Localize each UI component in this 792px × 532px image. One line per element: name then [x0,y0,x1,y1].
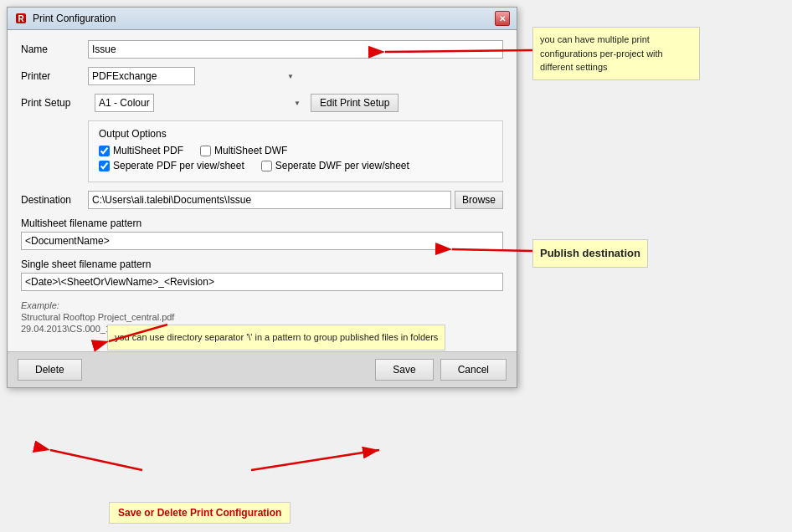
printer-select-wrapper: PDFExchange Microsoft Print to PDF [88,67,297,85]
example-line1: Structural Rooftop Project_central.pdf [21,312,174,322]
print-setup-row: Print Setup A1 - Colour A3 - Mono Edit P… [21,94,503,112]
destination-input[interactable] [88,191,451,209]
printer-row: Printer PDFExchange Microsoft Print to P… [21,67,503,85]
multisheet-pattern-label: Multisheet filename pattern [21,217,503,229]
title-bar-left: R Print Configuration [14,12,116,25]
output-options-box: Output Options MultiSheet PDF MultiSheet… [88,120,503,182]
svg-text:R: R [18,14,24,23]
cancel-button[interactable]: Cancel [440,359,507,381]
name-input[interactable] [88,40,503,59]
multisheet-dwf-checkbox-item: MultiSheet DWF [200,145,287,156]
callout-publish-destination: Publish destination [532,239,648,268]
destination-label: Destination [21,194,88,206]
callout-multiple-configs: you can have multiple print configuratio… [532,27,700,80]
print-setup-select-wrapper: A1 - Colour A3 - Mono [95,94,304,112]
close-button[interactable]: ✕ [495,11,510,26]
single-sheet-pattern-section: Single sheet filename pattern [21,258,503,291]
print-setup-label: Print Setup [21,97,88,109]
svg-line-8 [251,450,379,470]
multisheet-pdf-checkbox-item: MultiSheet PDF [99,145,183,156]
title-bar: R Print Configuration ✕ [8,8,517,30]
print-setup-select[interactable]: A1 - Colour A3 - Mono [95,94,154,112]
destination-row: Destination Browse [21,191,503,209]
multisheet-pattern-input[interactable] [21,232,503,250]
multisheet-pattern-section: Multisheet filename pattern [21,217,503,250]
multisheet-pdf-label: MultiSheet PDF [113,145,183,156]
dialog-body: Name Printer PDFExchange Microsoft Print… [8,30,517,351]
svg-line-7 [50,450,142,470]
separate-dwf-checkbox[interactable] [261,161,272,171]
single-sheet-pattern-input[interactable] [21,273,503,291]
separate-dwf-checkbox-item: Seperate DWF per view/sheet [261,160,409,171]
dialog-title: Print Configuration [33,13,116,24]
multisheet-dwf-label: MultiSheet DWF [214,145,287,156]
separate-pdf-checkbox-item: Seperate PDF per view/sheet [99,160,244,171]
separate-pdf-checkbox[interactable] [99,161,110,171]
bottom-bar: Delete Save Cancel [8,351,517,387]
app-icon: R [14,12,28,25]
name-label: Name [21,43,88,55]
separate-dwf-label: Seperate DWF per view/sheet [275,160,409,171]
save-button[interactable]: Save [375,359,433,381]
name-row: Name [21,40,503,59]
printer-select[interactable]: PDFExchange Microsoft Print to PDF [88,67,195,85]
checkbox-row-1: MultiSheet PDF MultiSheet DWF [99,145,492,156]
multisheet-pdf-checkbox[interactable] [99,146,110,156]
callout-directory-separator: you can use directory separator '\' in a… [107,325,445,350]
separate-pdf-label: Seperate PDF per view/sheet [113,160,244,171]
example-label: Example: [21,300,59,310]
single-sheet-pattern-label: Single sheet filename pattern [21,258,503,270]
delete-button[interactable]: Delete [18,359,82,381]
multisheet-dwf-checkbox[interactable] [200,146,211,156]
checkbox-row-2: Seperate PDF per view/sheet Seperate DWF… [99,160,492,171]
printer-label: Printer [21,70,88,82]
callout-save-delete: Save or Delete Print Configuration [109,502,291,524]
edit-print-setup-button[interactable]: Edit Print Setup [311,94,399,112]
bottom-right-buttons: Save Cancel [375,359,507,381]
browse-button[interactable]: Browse [455,191,503,209]
output-options-title: Output Options [99,128,492,140]
